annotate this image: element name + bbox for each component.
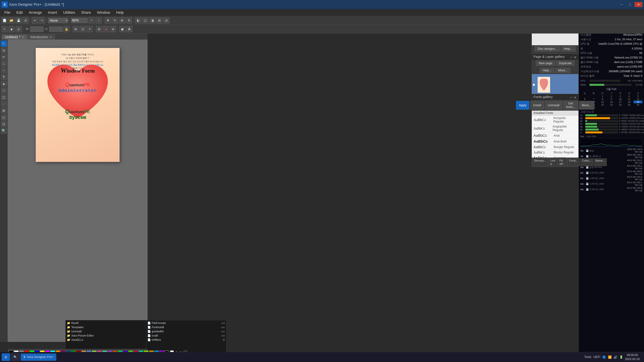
cal-day[interactable]: 11 (625, 98, 634, 100)
redo-button[interactable]: ↪ (39, 17, 45, 24)
transparency-tool[interactable]: ⬡ (1, 87, 7, 93)
tab-introduction[interactable]: Introduction ✕ (27, 34, 55, 39)
duplicate-button[interactable]: Duplicate (556, 61, 574, 66)
fonts-close[interactable]: ✕ (574, 95, 577, 98)
grid-button[interactable]: ⊞ (96, 26, 102, 32)
cal-day[interactable]: 18 (625, 100, 634, 103)
width-input[interactable] (30, 26, 44, 32)
maximize-button[interactable]: □ (626, 2, 634, 7)
transform-button[interactable]: ⊞ (72, 26, 79, 32)
fill-button[interactable]: ◼ (119, 26, 126, 32)
bottom-tab-3[interactable]: Fonts... (567, 158, 580, 166)
blend-tool[interactable]: ⋯ (1, 101, 7, 107)
zoom-input[interactable] (71, 18, 88, 23)
fm-left-item[interactable]: 📁Templates (66, 325, 146, 329)
cal-day[interactable]: 24 (616, 103, 624, 106)
taskbar-search[interactable]: 🔍 (10, 354, 20, 361)
fm-right-item[interactable]: 📄imfiltersdll (146, 338, 226, 342)
page-layer-minimize[interactable]: ─ (570, 55, 573, 58)
fm-right-item[interactable]: 📄Fontinstallexe (146, 325, 226, 329)
fm-right-item[interactable]: 📄FileFormatsxml (146, 321, 226, 325)
bottom-tab-2[interactable]: Fill gal... (558, 158, 567, 166)
page-layer-close[interactable]: ✕ (574, 55, 577, 58)
menu-item-arrange[interactable]: Arrange (26, 10, 45, 15)
bottom-tab-0[interactable]: Bitmaps... (532, 158, 548, 166)
zoom-in[interactable]: + (88, 17, 95, 24)
guides-button[interactable]: ⊕ (110, 26, 116, 32)
close-tab-untitled[interactable]: ✕ (22, 35, 24, 39)
align-left[interactable]: ◧ (135, 17, 142, 24)
tray-uefi[interactable]: UEFI (593, 355, 600, 359)
cal-day[interactable]: 3 (616, 95, 624, 97)
fonts-minimize[interactable]: ─ (570, 95, 573, 98)
cal-day[interactable]: 10 (616, 98, 624, 100)
uninstall-font-button[interactable]: Uninstall (545, 101, 562, 110)
fm-left-item[interactable]: 📁XaraDLLs (66, 338, 146, 342)
cal-day[interactable]: 4 (625, 95, 634, 97)
contour-tool[interactable]: ◎ (16, 26, 22, 32)
zoom-out[interactable]: − (96, 17, 102, 24)
cal-day[interactable]: 26 (634, 103, 642, 106)
save-button[interactable]: 💾 (16, 17, 22, 24)
menu-item-window[interactable]: Window (94, 10, 113, 15)
snap-button[interactable]: 🔺 (103, 26, 109, 32)
freehand-tool[interactable]: ✏ (1, 54, 7, 60)
page-help-button[interactable]: Help... (540, 68, 554, 73)
ellipse-tool[interactable]: ○ (1, 67, 7, 73)
tray-network[interactable]: 📶 (608, 355, 612, 359)
print-button[interactable]: 🖨 (22, 17, 29, 24)
cal-day[interactable]: 9 (607, 98, 616, 100)
minimize-button[interactable]: ─ (618, 2, 626, 7)
close-button[interactable]: ✕ (634, 2, 642, 7)
page-expand[interactable] (533, 84, 535, 86)
shape-tool[interactable]: □ (1, 61, 7, 67)
selector-tool[interactable]: ↖ (1, 40, 7, 46)
position-button[interactable]: ⊡ (80, 26, 86, 32)
shadow-tool[interactable]: ◫ (1, 94, 7, 100)
menu-item-file[interactable]: File (1, 10, 13, 15)
tray-volume[interactable]: 🔊 (614, 355, 617, 359)
height-input[interactable] (49, 26, 62, 32)
page-thumbnail-1[interactable] (537, 76, 550, 93)
disc-designs-button[interactable]: Disc designs... (535, 46, 560, 51)
flip-h-button[interactable]: ⇄ (119, 17, 125, 24)
object-props[interactable]: ≡ (86, 26, 93, 32)
menu-item-insert[interactable]: Insert (45, 10, 60, 15)
cal-day[interactable]: 7 (589, 98, 598, 100)
install-font-button[interactable]: Install (530, 101, 544, 110)
quality-dropdown[interactable]: NoneLowHigh (48, 18, 68, 23)
gallery-help-button[interactable]: Help... (561, 46, 576, 51)
tab-untitled1[interactable]: Untitled1 * ✕ (2, 34, 27, 39)
bevel-tool[interactable]: ◱ (1, 114, 7, 120)
fill-tool-side[interactable]: ◈ (1, 81, 7, 87)
fm-right-item[interactable]: 📄icudtldat (146, 334, 226, 338)
bottom-tab-1[interactable]: Line g... (548, 158, 557, 166)
tray-tools[interactable]: Tools (584, 355, 591, 359)
fm-left-item[interactable]: 📁Xara Picture Editor (66, 334, 146, 338)
group-button[interactable]: ⊞ (156, 17, 162, 24)
text-tool-side[interactable]: T (1, 74, 7, 80)
fm-left-item[interactable]: 📁Uninstall (66, 329, 146, 334)
cal-day[interactable]: 25 (625, 103, 634, 106)
font-item[interactable]: AaBbCcAcropolis Regular (532, 116, 578, 124)
font-item[interactable]: AaBbCcAnglophile Regular (532, 124, 578, 133)
font-item[interactable]: AaBbCcConsolas (532, 155, 578, 158)
extrude-tool[interactable]: ⊞ (1, 108, 7, 114)
tray-battery[interactable]: 🔋 (619, 355, 623, 359)
bottom-tab-5[interactable]: Name... (594, 158, 607, 166)
undo-button[interactable]: ↩ (32, 17, 38, 24)
cal-day[interactable]: 16 (607, 100, 616, 103)
cal-day[interactable]: 2 (607, 95, 616, 97)
menu-item-help[interactable]: Help (113, 10, 127, 15)
menu-item-share[interactable]: Share (78, 10, 94, 15)
select-tool[interactable]: ↖ (1, 26, 8, 32)
align-right[interactable]: ◨ (149, 17, 156, 24)
menu-item-utilities[interactable]: Utilities (60, 10, 78, 15)
move-button[interactable]: ✥ (105, 17, 111, 24)
new-button[interactable]: 📄 (1, 17, 8, 24)
lock-ratio[interactable]: 🔒 (63, 26, 70, 32)
contour-tool-btn[interactable]: ◎ (1, 47, 7, 53)
get-fonts-button[interactable]: Get fonts... (563, 101, 578, 110)
cal-day[interactable]: 17 (616, 100, 624, 103)
cal-day[interactable]: 8 (598, 98, 607, 100)
